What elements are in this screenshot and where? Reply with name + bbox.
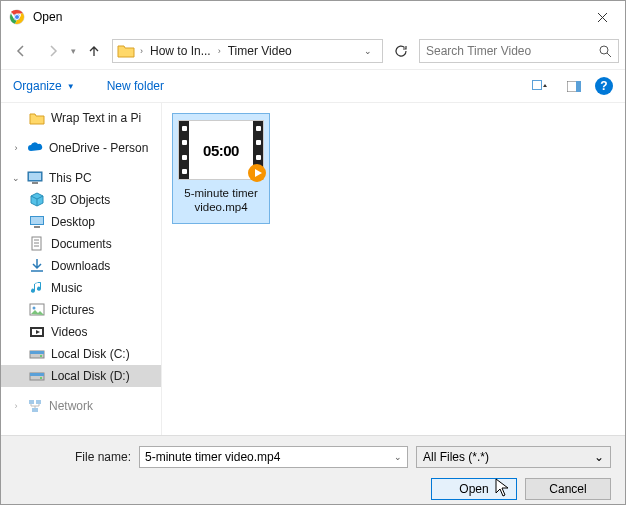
recent-locations-button[interactable]: ▾ bbox=[71, 46, 76, 56]
close-button[interactable] bbox=[580, 2, 625, 32]
breadcrumb-item[interactable]: Timer Video bbox=[224, 40, 296, 62]
svg-rect-5 bbox=[533, 81, 541, 89]
svg-rect-13 bbox=[34, 226, 40, 228]
svg-rect-26 bbox=[36, 400, 41, 404]
sidebar-item-diskd[interactable]: Local Disk (D:) bbox=[1, 365, 161, 387]
chevron-right-icon: › bbox=[11, 401, 21, 411]
breadcrumb-item[interactable]: How to In... bbox=[146, 40, 215, 62]
arrow-up-icon bbox=[87, 44, 101, 58]
sidebar-item-onedrive[interactable]: › OneDrive - Person bbox=[1, 137, 161, 159]
sidebar-item[interactable]: Wrap Text in a Pi bbox=[1, 107, 161, 129]
chevron-right-icon: › bbox=[215, 46, 224, 56]
svg-point-24 bbox=[40, 377, 42, 379]
svg-point-3 bbox=[600, 46, 608, 54]
search-input[interactable]: Search Timer Video bbox=[419, 39, 619, 63]
new-folder-button[interactable]: New folder bbox=[107, 79, 164, 93]
folder-icon bbox=[117, 42, 135, 60]
sidebar-item-videos[interactable]: Videos bbox=[1, 321, 161, 343]
search-icon bbox=[599, 45, 612, 58]
drive-icon bbox=[29, 346, 45, 362]
svg-rect-12 bbox=[31, 217, 43, 224]
sidebar-item-thispc[interactable]: ⌄ This PC bbox=[1, 167, 161, 189]
open-button[interactable]: Open bbox=[431, 478, 517, 500]
documents-icon bbox=[29, 236, 45, 252]
search-placeholder: Search Timer Video bbox=[426, 44, 531, 58]
onedrive-icon bbox=[27, 140, 43, 156]
sidebar-item-pictures[interactable]: Pictures bbox=[1, 299, 161, 321]
computer-icon bbox=[27, 170, 43, 186]
file-list-pane[interactable]: 05:00 5-minute timer video.mp4 bbox=[161, 103, 625, 435]
chevron-right-icon: › bbox=[137, 46, 146, 56]
address-dropdown[interactable]: ⌄ bbox=[356, 46, 380, 56]
play-overlay-icon bbox=[248, 164, 266, 182]
videos-icon bbox=[29, 324, 45, 340]
title-bar: Open bbox=[1, 1, 625, 33]
sidebar-item-downloads[interactable]: Downloads bbox=[1, 255, 161, 277]
forward-button[interactable] bbox=[39, 37, 67, 65]
svg-point-16 bbox=[33, 307, 36, 310]
svg-rect-23 bbox=[30, 373, 44, 376]
file-type-filter[interactable]: All Files (*.*) ⌄ bbox=[416, 446, 611, 468]
arrow-left-icon bbox=[14, 44, 28, 58]
sidebar-item-network[interactable]: › Network bbox=[1, 395, 161, 417]
sidebar-tree[interactable]: Wrap Text in a Pi › OneDrive - Person ⌄ … bbox=[1, 103, 161, 435]
sidebar-item-3dobjects[interactable]: 3D Objects bbox=[1, 189, 161, 211]
sidebar-item-desktop[interactable]: Desktop bbox=[1, 211, 161, 233]
svg-rect-9 bbox=[29, 173, 41, 180]
svg-rect-20 bbox=[30, 351, 44, 354]
drive-icon bbox=[29, 368, 45, 384]
downloads-icon bbox=[29, 258, 45, 274]
chevron-down-icon[interactable]: ⌄ bbox=[394, 452, 402, 462]
close-icon bbox=[597, 12, 608, 23]
svg-rect-27 bbox=[32, 408, 38, 412]
chevron-down-icon: ⌄ bbox=[11, 173, 21, 183]
chevron-down-icon: ▼ bbox=[67, 82, 75, 91]
svg-point-2 bbox=[15, 15, 20, 20]
chevron-down-icon: ⌄ bbox=[594, 450, 604, 464]
filename-label: File name: bbox=[75, 450, 131, 464]
up-button[interactable] bbox=[80, 37, 108, 65]
desktop-icon bbox=[29, 214, 45, 230]
back-button[interactable] bbox=[7, 37, 35, 65]
refresh-button[interactable] bbox=[387, 37, 415, 65]
svg-rect-7 bbox=[576, 81, 581, 92]
3dobjects-icon bbox=[29, 192, 45, 208]
help-button[interactable]: ? bbox=[595, 77, 613, 95]
network-icon bbox=[27, 398, 43, 414]
chrome-icon bbox=[9, 9, 25, 25]
folder-icon bbox=[29, 110, 45, 126]
address-bar[interactable]: › How to In... › Timer Video ⌄ bbox=[112, 39, 383, 63]
organize-menu[interactable]: Organize ▼ bbox=[13, 79, 75, 93]
cancel-button[interactable]: Cancel bbox=[525, 478, 611, 500]
file-thumbnail: 05:00 bbox=[178, 120, 264, 180]
preview-pane-button[interactable] bbox=[561, 75, 587, 97]
dialog-footer: File name: 5-minute timer video.mp4 ⌄ Al… bbox=[1, 435, 625, 504]
organize-label: Organize bbox=[13, 79, 62, 93]
music-icon bbox=[29, 280, 45, 296]
arrow-right-icon bbox=[46, 44, 60, 58]
filename-input[interactable]: 5-minute timer video.mp4 ⌄ bbox=[139, 446, 408, 468]
sidebar-item-documents[interactable]: Documents bbox=[1, 233, 161, 255]
preview-pane-icon bbox=[567, 81, 581, 92]
svg-rect-10 bbox=[32, 182, 38, 184]
svg-point-21 bbox=[40, 355, 42, 357]
file-label: 5-minute timer video.mp4 bbox=[177, 186, 265, 215]
refresh-icon bbox=[394, 44, 408, 58]
chevron-right-icon: › bbox=[11, 143, 21, 153]
view-icon bbox=[532, 80, 548, 92]
sidebar-item-music[interactable]: Music bbox=[1, 277, 161, 299]
command-bar: Organize ▼ New folder ? bbox=[1, 69, 625, 103]
dialog-title: Open bbox=[33, 10, 580, 24]
navigation-bar: ▾ › How to In... › Timer Video ⌄ Search … bbox=[1, 33, 625, 69]
file-item[interactable]: 05:00 5-minute timer video.mp4 bbox=[172, 113, 270, 224]
svg-rect-25 bbox=[29, 400, 34, 404]
pictures-icon bbox=[29, 302, 45, 318]
view-options-button[interactable] bbox=[527, 75, 553, 97]
sidebar-item-diskc[interactable]: Local Disk (C:) bbox=[1, 343, 161, 365]
